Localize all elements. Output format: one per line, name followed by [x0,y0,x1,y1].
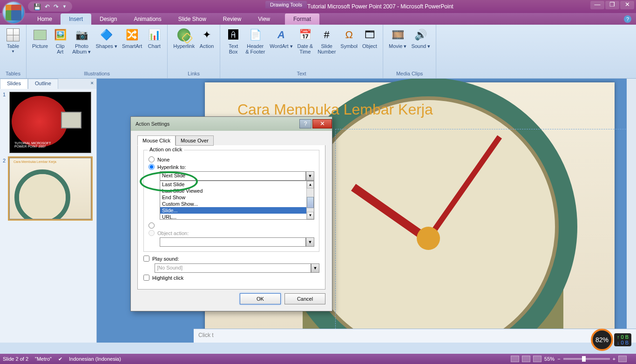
movie-button[interactable]: 🎞️Movie ▾ [387,27,408,70]
zoom-out-button[interactable]: − [557,356,560,362]
action-settings-dialog: Action Settings ? ✕ Mouse Click Mouse Ov… [130,116,332,311]
dialog-help-button[interactable]: ? [299,119,311,128]
ok-button[interactable]: OK [240,293,281,304]
slides-tab[interactable]: Slides [0,79,28,89]
sound-button[interactable]: 🔊Sound ▾ [409,27,432,70]
cancel-button[interactable]: Cancel [284,293,325,304]
upload-rate: ↑ 0 B [617,334,629,340]
radio-object-action [149,230,155,236]
network-meter-overlay: 82% ↑ 0 B ↓ 0 B [591,329,631,351]
textbox-button[interactable]: 🅰Text Box [224,27,243,70]
slide-thumbnail[interactable]: 2 Cara Membuka Lembar Kerja [3,158,94,219]
title-bar: 💾 ↶ ↷ ▼ Drawing Tools Tutorial Microsoft… [0,0,636,13]
language-indicator[interactable]: Indonesian (Indonesia) [69,356,121,362]
shapes-button[interactable]: 🔷Shapes ▾ [94,27,119,70]
tab-insert[interactable]: Insert [61,13,91,25]
normal-view-button[interactable] [511,356,519,362]
ribbon-group-media: 🎞️Movie ▾ 🔊Sound ▾ Media Clips [383,25,436,78]
groupbox-label: Action on click [148,147,184,152]
vertical-scrollbar[interactable] [627,79,636,343]
play-sound-checkbox[interactable] [143,256,149,262]
tab-slideshow[interactable]: Slide Show [170,13,215,25]
close-button[interactable]: ✕ [620,1,634,9]
help-icon[interactable]: ? [624,15,631,23]
dialog-titlebar[interactable]: Action Settings ? ✕ [131,117,332,131]
outline-tab[interactable]: Outline [28,79,58,89]
qat-dropdown-icon[interactable]: ▼ [62,4,67,9]
window-title: Tutorial Microsoft Power Point 2007 - Mi… [307,3,453,10]
sound-combo: [No Sound] [155,263,311,273]
slide-indicator: Slide 2 of 2 [3,356,28,362]
object-button[interactable]: 🗔Object [360,27,379,70]
undo-icon[interactable]: ↶ [45,3,50,10]
selection-handles[interactable] [335,129,636,343]
theme-indicator: "Metro" [35,356,52,362]
download-rate: ↓ 0 B [617,340,629,345]
ribbon-group-text: 🅰Text Box 📄Header & Footer AWordArt ▾ 📅D… [220,25,383,78]
photoalbum-button[interactable]: 📷Photo Album ▾ [70,27,93,70]
office-button[interactable] [2,1,25,24]
object-action-combo [160,237,306,247]
combo-dropdown-icon[interactable]: ▼ [306,171,314,181]
contextual-tab-group: Drawing Tools [265,1,307,8]
hyperlink-listbox[interactable]: Last Slide Last Slide Viewed End Show Cu… [160,181,314,220]
tab-view[interactable]: View [250,13,278,25]
hyperlink-combo[interactable]: Next Slide [160,171,306,181]
highlight-checkbox[interactable] [143,275,149,281]
radio-hyperlink[interactable] [149,164,155,170]
ribbon-tab-strip: Home Insert Design Animations Slide Show… [0,13,636,25]
slide-title-text[interactable]: Cara Membuka Lembar Kerja [237,101,433,118]
tab-home[interactable]: Home [29,13,61,25]
action-button[interactable]: ✦Action [197,27,216,70]
tab-format[interactable]: Format [285,13,319,25]
status-bar: Slide 2 of 2 "Metro" ✔ Indonesian (Indon… [0,354,636,364]
zoom-slider[interactable] [563,358,610,360]
ribbon-group-links: Hyperlink ✦Action Links [168,25,220,78]
save-icon[interactable]: 💾 [34,3,41,10]
radio-run-program[interactable] [149,222,155,229]
radio-none[interactable] [149,156,155,162]
ribbon-group-tables: Table▼ Tables [0,25,27,78]
tab-animations[interactable]: Animations [125,13,169,25]
table-button[interactable]: Table▼ [4,27,22,70]
tab-design[interactable]: Design [91,13,125,25]
datetime-button[interactable]: 📅Date & Time [296,27,315,70]
restore-button[interactable]: ❐ [605,1,619,9]
ribbon: Table▼ Tables Picture 🖼️Clip Art 📷Photo … [0,25,636,79]
slide-panel: Slides Outline × 1 TUTORIAL MICROSOFTPOW… [0,79,97,343]
sorter-view-button[interactable] [522,356,530,362]
smartart-button[interactable]: 🔀SmartArt [120,27,144,70]
chart-button[interactable]: 📊Chart [145,27,163,70]
combo-dropdown-icon: ▼ [311,263,319,273]
headerfooter-button[interactable]: 📄Header & Footer [244,27,267,70]
hyperlink-button[interactable]: Hyperlink [171,27,196,70]
slide-thumbnail[interactable]: 1 TUTORIAL MICROSOFTPOWER POINT 2007 [3,92,94,153]
meter-percent: 82% [591,329,613,351]
wordart-button[interactable]: AWordArt ▾ [268,27,294,70]
quick-access-toolbar: 💾 ↶ ↷ ▼ [28,1,72,12]
fit-button[interactable] [618,356,627,362]
listbox-scrollbar[interactable]: ▲▼ [306,181,314,219]
slidenumber-button[interactable]: #Slide Number [316,27,338,70]
zoom-percent[interactable]: 55% [544,356,555,362]
slideshow-view-button[interactable] [533,356,541,362]
symbol-button[interactable]: ΩSymbol [338,27,359,70]
combo-dropdown-icon: ▼ [306,237,314,247]
spellcheck-icon[interactable]: ✔ [58,356,62,362]
redo-icon[interactable]: ↷ [54,3,59,10]
clipart-button[interactable]: 🖼️Clip Art [51,27,69,70]
picture-button[interactable]: Picture [30,27,50,70]
minimize-button[interactable]: — [590,1,604,9]
notes-pane[interactable]: Click t [194,329,636,343]
mouseover-tab[interactable]: Mouse Over [176,135,214,146]
panel-close-icon[interactable]: × [88,79,96,89]
ribbon-group-illustrations: Picture 🖼️Clip Art 📷Photo Album ▾ 🔷Shape… [27,25,168,78]
dialog-close-button[interactable]: ✕ [312,119,332,128]
tab-review[interactable]: Review [215,13,250,25]
mouseclick-tab[interactable]: Mouse Click [137,135,176,146]
zoom-in-button[interactable]: + [613,356,616,362]
